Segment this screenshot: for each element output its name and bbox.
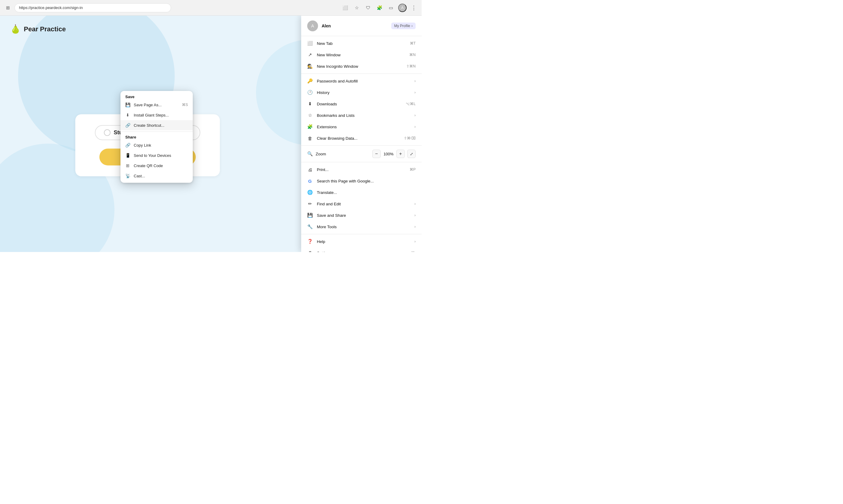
print-icon: 🖨 [307,167,312,172]
context-menu-send-devices[interactable]: 📱 Send to Your Devices [121,150,193,161]
install-label: Install Giant Steps... [134,113,169,118]
zoom-fullscreen-btn[interactable]: ⤢ [407,150,416,158]
user-avatar: A [307,20,318,31]
context-menu-share-header: Share [121,133,193,140]
translate-label: Translate... [317,190,337,195]
print-label: Print... [317,167,328,172]
copy-link-icon: 🔗 [125,143,130,147]
context-menu-save-page[interactable]: 💾 Save Page As... ⌘S [121,100,193,110]
save-page-icon: 💾 [125,102,130,107]
browser-chrome: ⊞ https://practice.peardeck.com/sign-in … [0,0,422,16]
cast-icon: 📡 [125,174,130,178]
clear-data-icon: 🗑 [307,136,312,141]
help-chevron: › [414,239,416,244]
menu-downloads[interactable]: ⬇ Downloads ⌥⌘L [301,98,422,110]
browser-menu-panel: A Alen My Profile › ⬜ New Tab ⌘T ↗ New W… [301,16,422,252]
context-menu-sep-1 [121,131,193,132]
menu-bookmarks[interactable]: ☆ Bookmarks and Lists › [301,110,422,121]
menu-passwords[interactable]: 🔑 Passwords and Autofill › [301,75,422,87]
menu-extensions[interactable]: 🧩 Extensions › [301,121,422,132]
browser-menu-btn[interactable]: ⋮ [410,4,418,12]
create-shortcut-icon: 🔗 [125,123,130,128]
find-edit-label: Find and Edit [317,202,341,206]
find-edit-chevron: › [414,202,416,206]
url-text: https://practice.peardeck.com/sign-in [19,5,83,10]
new-tab-shortcut: ⌘T [410,41,416,46]
bookmark-btn[interactable]: ☆ [352,4,361,12]
zoom-value: 100% [383,152,394,156]
downloads-icon: ⬇ [307,101,312,107]
search-google-label: Search this Page with Google... [317,179,374,183]
cast-label: Cast... [134,174,145,178]
extensions-btn[interactable]: 🧩 [375,4,384,12]
menu-new-window[interactable]: ↗ New Window ⌘N [301,49,422,60]
help-icon: ❓ [307,239,312,244]
context-menu-install[interactable]: ⬇ Install Giant Steps... [121,110,193,120]
context-menu-copy-link[interactable]: 🔗 Copy Link [121,140,193,150]
history-label: History [317,90,329,95]
my-profile-badge[interactable]: My Profile › [391,22,416,29]
incognito-icon: 🕵 [307,64,312,69]
browser-actions: ⬜ ☆ 🛡 🧩 ▭ A ⋮ [341,4,418,12]
history-icon: 🕐 [307,90,312,95]
zoom-minus-btn[interactable]: − [372,150,381,158]
settings-label: Settings [317,251,331,252]
new-tab-icon: ⬜ [307,41,312,46]
passwords-label: Passwords and Autofill [317,79,358,84]
pear-icon: 🍐 [10,24,21,34]
print-shortcut: ⌘P [410,167,416,172]
settings-icon: ⚙ [307,250,312,252]
bitwarden-btn[interactable]: 🛡 [364,4,372,12]
sidebar-btn[interactable]: ▭ [387,4,395,12]
install-icon: ⬇ [125,113,130,118]
clear-data-shortcut: ⇧⌘⌫ [404,136,416,140]
new-tab-label: New Tab [317,41,333,46]
downloads-shortcut: ⌥⌘L [406,102,416,106]
new-window-icon: ↗ [307,52,312,57]
menu-clear-data[interactable]: 🗑 Clear Browsing Data... ⇧⌘⌫ [301,132,422,144]
bookmarks-icon: ☆ [307,113,312,118]
profile-chevron: › [411,24,413,28]
google-icon: G [307,178,312,184]
menu-sep-1 [301,73,422,74]
settings-shortcut: ⌘, [411,251,416,252]
menu-help[interactable]: ❓ Help › [301,236,422,247]
save-share-label: Save and Share [317,213,346,218]
menu-find-edit[interactable]: ✏ Find and Edit › [301,198,422,210]
bookmarks-chevron: › [414,113,416,118]
menu-incognito[interactable]: 🕵 New Incognito Window ⇧⌘N [301,60,422,72]
zoom-controls: − 100% + ⤢ [372,150,416,158]
zoom-plus-btn[interactable]: + [396,150,405,158]
copy-link-label: Copy Link [134,143,151,147]
tab-icon: ⊞ [4,4,12,12]
more-tools-icon: 🔧 [307,224,312,230]
menu-translate[interactable]: 🌐 Translate... [301,187,422,198]
menu-history[interactable]: 🕐 History › [301,87,422,98]
profile-avatar-btn[interactable]: A [398,4,407,12]
save-share-icon: 💾 [307,213,312,218]
address-bar[interactable]: https://practice.peardeck.com/sign-in [15,3,171,12]
logo-area: 🍐 Pear Practice [10,24,66,34]
screenshot-btn[interactable]: ⬜ [341,4,349,12]
user-name: Alen [322,23,331,28]
profile-row[interactable]: A Alen My Profile › [301,17,422,34]
zoom-row: 🔍 Zoom − 100% + ⤢ [301,147,422,161]
menu-more-tools[interactable]: 🔧 More Tools › [301,221,422,232]
menu-new-tab[interactable]: ⬜ New Tab ⌘T [301,38,422,49]
downloads-label: Downloads [317,102,337,106]
page-content: 🍐 Pear Practice I am a... Student Educat… [0,16,422,252]
menu-search-google[interactable]: G Search this Page with Google... [301,175,422,187]
context-menu-create-shortcut[interactable]: 🔗 Create Shortcut... [121,120,193,130]
new-window-label: New Window [317,53,341,57]
send-devices-label: Send to Your Devices [134,153,171,158]
context-menu-qr-code[interactable]: ⊞ Create QR Code [121,161,193,171]
more-tools-label: More Tools [317,224,337,229]
menu-settings[interactable]: ⚙ Settings ⌘, [301,247,422,252]
menu-save-share[interactable]: 💾 Save and Share › [301,210,422,221]
menu-sep-0 [301,36,422,36]
menu-print[interactable]: 🖨 Print... ⌘P [301,164,422,175]
extensions-icon: 🧩 [307,124,312,129]
student-radio[interactable] [104,129,110,136]
context-menu-cast[interactable]: 📡 Cast... [121,171,193,181]
send-devices-icon: 📱 [125,153,130,158]
